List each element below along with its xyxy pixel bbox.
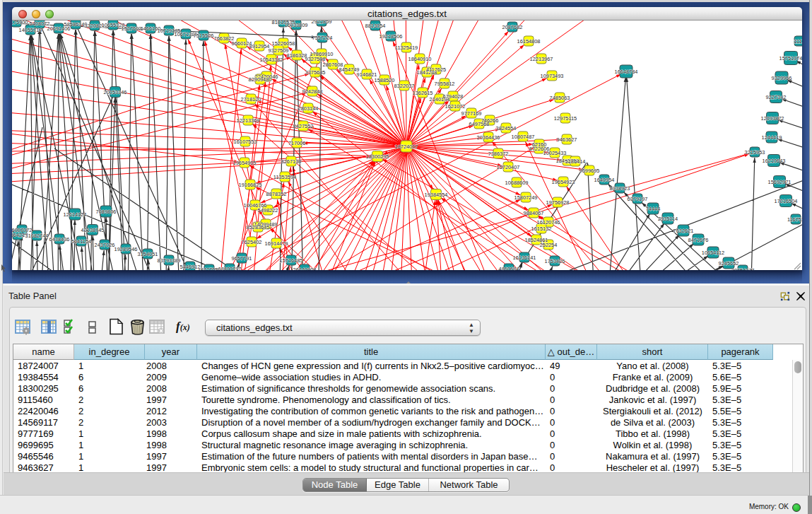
svg-text:15716485: 15716485 xyxy=(280,257,303,264)
svg-text:9245652: 9245652 xyxy=(719,260,739,267)
svg-text:10807487: 10807487 xyxy=(512,134,535,140)
svg-text:19289546: 19289546 xyxy=(114,246,138,252)
svg-text:8471676: 8471676 xyxy=(688,237,709,243)
svg-text:5041154: 5041154 xyxy=(71,238,91,245)
svg-text:12975115: 12975115 xyxy=(554,115,577,122)
svg-text:7386372: 7386372 xyxy=(488,151,509,157)
svg-text:2437026: 2437026 xyxy=(95,242,115,248)
svg-text:10688609: 10688609 xyxy=(505,180,529,186)
svg-text:19654905: 19654905 xyxy=(233,160,257,166)
svg-text:3375685: 3375685 xyxy=(305,69,326,76)
svg-text:1244419: 1244419 xyxy=(762,134,782,141)
svg-text:29175900: 29175900 xyxy=(12,21,28,25)
svg-text:16136141: 16136141 xyxy=(513,255,536,261)
svg-text:17016504: 17016504 xyxy=(775,198,798,204)
svg-text:7632621: 7632621 xyxy=(673,228,694,234)
svg-text:3215953: 3215953 xyxy=(745,149,765,156)
svg-text:9227342: 9227342 xyxy=(766,94,787,100)
svg-text:8938923: 8938923 xyxy=(610,185,630,192)
svg-text:746266: 746266 xyxy=(481,117,499,124)
svg-text:8322037: 8322037 xyxy=(394,83,415,89)
svg-text:74444: 74444 xyxy=(646,206,661,212)
svg-text:18724007: 18724007 xyxy=(395,144,418,150)
svg-text:20364436: 20364436 xyxy=(477,134,500,141)
svg-text:8878352: 8878352 xyxy=(266,191,287,197)
svg-text:1117: 1117 xyxy=(794,38,802,45)
svg-text:85283645: 85283645 xyxy=(247,224,270,230)
svg-text:19756928: 19756928 xyxy=(546,199,570,206)
svg-text:9657791: 9657791 xyxy=(232,255,252,262)
svg-text:3154051: 3154051 xyxy=(138,251,158,257)
svg-text:7515526: 7515526 xyxy=(194,33,214,39)
svg-text:12213967: 12213967 xyxy=(530,56,553,62)
svg-text:16648784: 16648784 xyxy=(615,69,638,75)
svg-text:16107553: 16107553 xyxy=(234,139,257,145)
svg-text:8813054: 8813054 xyxy=(365,23,386,29)
svg-text:11325419: 11325419 xyxy=(395,45,418,51)
svg-text:9884067: 9884067 xyxy=(524,210,544,216)
svg-text:16210643: 16210643 xyxy=(763,158,786,164)
svg-text:83793389: 83793389 xyxy=(158,257,181,264)
svg-text:9463627: 9463627 xyxy=(557,136,577,143)
svg-text:6438436: 6438436 xyxy=(49,236,70,243)
svg-text:2803144: 2803144 xyxy=(298,105,319,112)
svg-text:15226058: 15226058 xyxy=(272,40,295,47)
svg-text:1753426: 1753426 xyxy=(545,258,565,264)
svg-text:7485063: 7485063 xyxy=(550,95,570,101)
svg-text:2718120: 2718120 xyxy=(241,96,261,103)
svg-text:5186414: 5186414 xyxy=(565,158,586,165)
svg-text:9777169: 9777169 xyxy=(461,110,482,117)
svg-text:10973493: 10973493 xyxy=(541,73,564,79)
svg-text:19218506: 19218506 xyxy=(379,33,403,40)
svg-text:19384554: 19384554 xyxy=(425,192,448,198)
svg-text:12614124: 12614124 xyxy=(64,211,87,218)
svg-text:9329966: 9329966 xyxy=(772,75,792,81)
svg-text:6379197: 6379197 xyxy=(628,196,648,202)
svg-text:1527602: 1527602 xyxy=(122,25,142,32)
svg-text:82909480: 82909480 xyxy=(249,76,272,83)
svg-text:16120746: 16120746 xyxy=(537,219,560,226)
svg-text:1640954: 1640954 xyxy=(594,177,615,183)
svg-text:8186328: 8186328 xyxy=(287,52,307,59)
svg-text:19166825: 19166825 xyxy=(239,182,262,188)
svg-text:12213369: 12213369 xyxy=(237,117,260,124)
svg-text:15751074: 15751074 xyxy=(779,55,802,62)
svg-text:7089806: 7089806 xyxy=(96,209,117,215)
svg-text:42138745: 42138745 xyxy=(81,227,105,233)
svg-text:7625402: 7625402 xyxy=(242,239,262,245)
svg-text:2921859: 2921859 xyxy=(312,21,332,25)
svg-text:8722606: 8722606 xyxy=(529,146,550,152)
svg-text:717006: 717006 xyxy=(288,140,306,146)
svg-text:9327509: 9327509 xyxy=(269,47,289,54)
svg-text:15692971: 15692971 xyxy=(768,179,792,185)
svg-text:58586340: 58586340 xyxy=(64,21,88,28)
svg-text:12093872: 12093872 xyxy=(761,115,784,122)
svg-text:7955812: 7955812 xyxy=(435,81,455,87)
svg-text:9242848: 9242848 xyxy=(302,88,323,95)
svg-text:4117625: 4117625 xyxy=(426,66,446,73)
svg-text:3824554: 3824554 xyxy=(496,125,517,132)
svg-text:16154808: 16154808 xyxy=(517,38,541,45)
svg-text:18640910: 18640910 xyxy=(408,56,432,62)
svg-text:6794028: 6794028 xyxy=(443,93,464,100)
svg-text:1621072: 1621072 xyxy=(445,103,466,110)
svg-text:9699695: 9699695 xyxy=(579,168,600,174)
svg-text:16914479: 16914479 xyxy=(265,240,288,247)
svg-text:10654112: 10654112 xyxy=(702,250,724,256)
svg-text:18300295: 18300295 xyxy=(366,153,389,160)
svg-text:116753: 116753 xyxy=(787,216,802,223)
svg-text:19654923: 19654923 xyxy=(552,179,575,185)
svg-text:8427552: 8427552 xyxy=(293,123,314,129)
svg-text:1362615: 1362615 xyxy=(413,90,433,96)
svg-text:15807249: 15807249 xyxy=(514,194,538,201)
svg-text:20053346: 20053346 xyxy=(104,89,127,95)
svg-text:8912954: 8912954 xyxy=(249,43,270,49)
svg-text:5498222: 5498222 xyxy=(258,207,278,214)
svg-text:11353594: 11353594 xyxy=(273,174,296,180)
svg-text:7557224: 7557224 xyxy=(312,35,333,41)
svg-text:1588520: 1588520 xyxy=(375,77,395,83)
svg-text:2935114: 2935114 xyxy=(658,216,678,222)
svg-text:2087682: 2087682 xyxy=(502,24,523,30)
svg-text:1615132: 1615132 xyxy=(531,226,552,232)
svg-text:15720407: 15720407 xyxy=(497,164,520,170)
